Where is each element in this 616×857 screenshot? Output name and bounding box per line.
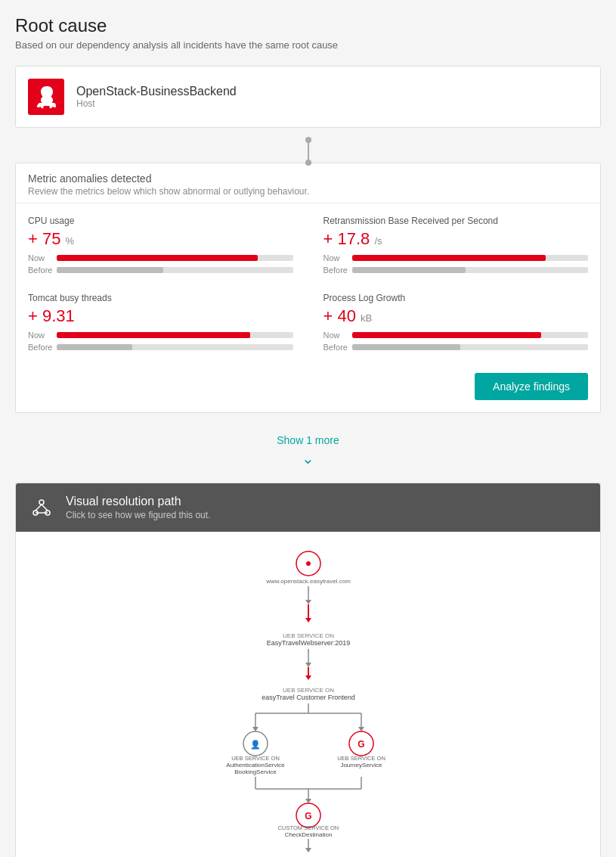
svg-text:UEB SERVICE ON: UEB SERVICE ON xyxy=(283,632,334,639)
svg-text:CheckDestination: CheckDestination xyxy=(284,831,332,838)
metric-tomcat-name: Tomcat busy threads xyxy=(28,293,293,303)
metrics-grid: CPU usage + 75 % Now Before Retransmissi… xyxy=(16,203,600,367)
svg-text:AuthenticationService: AuthenticationService xyxy=(226,762,285,769)
svg-point-0 xyxy=(39,500,44,505)
svg-marker-18 xyxy=(305,675,311,680)
svg-text:JourneyService: JourneyService xyxy=(340,762,382,769)
metric-cpu: CPU usage + 75 % Now Before xyxy=(28,216,293,278)
visual-subtitle: Click to see how we figured this out. xyxy=(66,510,210,520)
metric-retransmission-now-track xyxy=(352,255,589,261)
metric-tomcat-before-label: Before xyxy=(28,343,52,352)
anomalies-subtitle: Review the metrics below which show abno… xyxy=(28,186,588,197)
metric-cpu-before-row: Before xyxy=(28,265,293,275)
metric-log-growth-now-track xyxy=(352,332,589,338)
page-subtitle: Based on our dependency analysis all inc… xyxy=(15,39,601,51)
metric-log-growth-value: + 40 kB xyxy=(323,306,589,326)
analyze-btn-row: Analyze findings xyxy=(16,367,600,412)
visual-title: Visual resolution path xyxy=(66,495,210,508)
metric-cpu-value: + 75 % xyxy=(28,229,293,249)
metric-cpu-name: CPU usage xyxy=(28,216,293,226)
svg-marker-41 xyxy=(305,799,311,803)
flow-diagram-svg: ● www.openstack.easytravel.com UEB SERVI… xyxy=(157,547,460,857)
metric-retransmission-before-row: Before xyxy=(323,265,589,275)
network-icon xyxy=(28,494,55,521)
metric-tomcat-before-row: Before xyxy=(28,343,293,352)
connector xyxy=(15,140,601,163)
metric-cpu-now-fill xyxy=(57,255,258,261)
svg-text:www.openstack.easytravel.com: www.openstack.easytravel.com xyxy=(265,578,351,585)
linux-icon xyxy=(28,79,64,115)
connector-line xyxy=(308,140,309,163)
visual-resolution-card[interactable]: Visual resolution path Click to see how … xyxy=(15,483,601,857)
svg-line-4 xyxy=(42,505,48,511)
anomalies-title: Metric anomalies detected xyxy=(28,172,588,185)
visual-header[interactable]: Visual resolution path Click to see how … xyxy=(16,483,600,532)
metric-tomcat-now-label: Now xyxy=(28,331,52,340)
metric-log-growth-before-label: Before xyxy=(323,343,348,352)
metric-tomcat-value: + 9.31 xyxy=(28,306,293,326)
host-type: Host xyxy=(76,98,237,109)
svg-text:UEB SERVICE ON: UEB SERVICE ON xyxy=(231,755,280,762)
metric-log-growth-before-fill xyxy=(352,344,461,350)
show-more-link[interactable]: Show 1 more xyxy=(277,434,339,446)
svg-text:G: G xyxy=(358,739,364,750)
show-more-row: Show 1 more ⌄ xyxy=(15,425,601,483)
svg-text:CUSTOM SERVICE ON: CUSTOM SERVICE ON xyxy=(277,824,339,831)
metric-tomcat: Tomcat busy threads + 9.31 Now Before xyxy=(28,293,293,355)
anomalies-card: Metric anomalies detected Review the met… xyxy=(15,163,601,413)
metric-retransmission-before-fill xyxy=(352,267,466,273)
metric-retransmission-now-fill xyxy=(352,255,546,261)
svg-text:BookingService: BookingService xyxy=(234,769,277,775)
visual-body: ● www.openstack.easytravel.com UEB SERVI… xyxy=(16,532,600,857)
metric-retransmission-now-row: Now xyxy=(323,253,589,262)
metric-cpu-now-label: Now xyxy=(28,253,52,262)
svg-text:UEB SERVICE ON: UEB SERVICE ON xyxy=(283,687,334,694)
metric-cpu-before-track xyxy=(57,267,293,273)
svg-marker-26 xyxy=(358,727,364,731)
svg-marker-12 xyxy=(305,618,311,623)
metric-retransmission: Retransmission Base Received per Second … xyxy=(323,216,589,278)
metric-log-growth-now-label: Now xyxy=(323,331,348,340)
metric-cpu-now-track xyxy=(57,255,293,261)
svg-text:G: G xyxy=(305,811,311,821)
metric-retransmission-before-track xyxy=(352,267,589,273)
svg-text:easyTravel Customer Frontend: easyTravel Customer Frontend xyxy=(262,694,355,701)
metric-cpu-now-row: Now xyxy=(28,253,293,262)
metric-log-growth-before-track xyxy=(352,344,589,350)
metric-log-growth-name: Process Log Growth xyxy=(323,293,589,303)
metric-tomcat-now-track xyxy=(57,332,293,338)
svg-marker-25 xyxy=(252,727,258,731)
host-card: OpenStack-BusinessBackend Host xyxy=(15,66,601,128)
svg-text:👤: 👤 xyxy=(250,739,261,750)
metric-log-growth-now-fill xyxy=(352,332,541,338)
svg-marker-10 xyxy=(305,600,311,604)
metric-log-growth: Process Log Growth + 40 kB Now Before xyxy=(323,293,589,355)
svg-text:EasyTravelWebserver:2019: EasyTravelWebserver:2019 xyxy=(266,639,350,647)
host-name: OpenStack-BusinessBackend xyxy=(76,85,237,98)
svg-text:●: ● xyxy=(305,557,311,569)
page-title: Root cause xyxy=(15,15,601,36)
metric-retransmission-name: Retransmission Base Received per Second xyxy=(323,216,589,226)
visual-header-text: Visual resolution path Click to see how … xyxy=(66,495,210,520)
metric-retransmission-value: + 17.8 /s xyxy=(323,229,589,249)
host-info: OpenStack-BusinessBackend Host xyxy=(76,85,237,109)
svg-line-3 xyxy=(36,505,42,511)
metric-tomcat-before-track xyxy=(57,344,293,350)
metric-tomcat-before-fill xyxy=(57,344,132,350)
svg-marker-47 xyxy=(305,848,311,852)
metric-log-growth-now-row: Now xyxy=(323,331,589,340)
analyze-findings-button[interactable]: Analyze findings xyxy=(475,373,588,400)
metric-cpu-before-label: Before xyxy=(28,265,52,275)
anomalies-header: Metric anomalies detected Review the met… xyxy=(16,163,600,203)
metric-retransmission-before-label: Before xyxy=(323,265,348,275)
metric-log-growth-before-row: Before xyxy=(323,343,589,352)
svg-text:UEB SERVICE ON: UEB SERVICE ON xyxy=(337,755,385,762)
metric-cpu-before-fill xyxy=(57,267,163,273)
metric-retransmission-now-label: Now xyxy=(323,253,348,262)
chevron-down-icon[interactable]: ⌄ xyxy=(302,449,314,467)
metric-tomcat-now-row: Now xyxy=(28,331,293,340)
metric-tomcat-now-fill xyxy=(57,332,250,338)
svg-marker-16 xyxy=(305,663,311,667)
